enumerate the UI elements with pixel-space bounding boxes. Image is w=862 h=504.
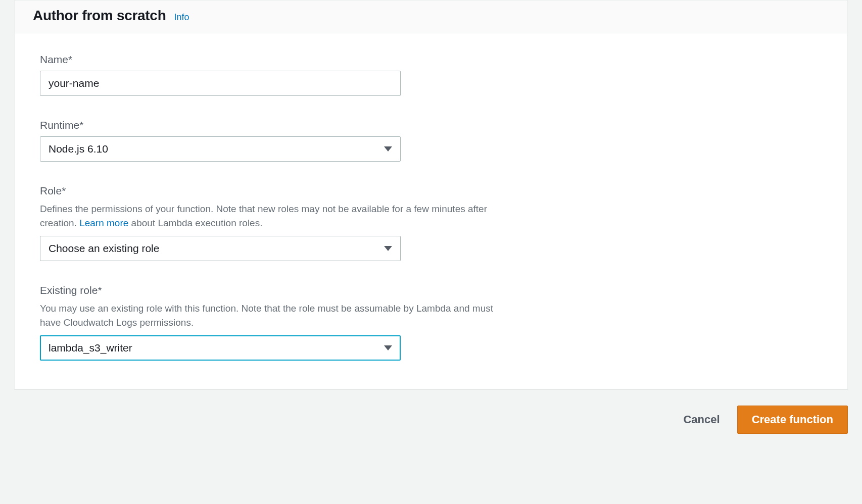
existing-role-label: Existing role* bbox=[40, 284, 822, 296]
existing-role-selected-value: lambda_s3_writer bbox=[49, 342, 132, 354]
card-body: Name* Runtime* Node.js 6.10 Role* Define… bbox=[15, 33, 847, 389]
role-group: Role* Defines the permissions of your fu… bbox=[40, 185, 822, 261]
name-label: Name* bbox=[40, 54, 822, 66]
chevron-down-icon bbox=[384, 246, 392, 251]
cancel-button[interactable]: Cancel bbox=[678, 407, 725, 432]
runtime-selected-value: Node.js 6.10 bbox=[49, 143, 108, 155]
button-row: Cancel Create function bbox=[0, 389, 862, 434]
learn-more-link[interactable]: Learn more bbox=[79, 218, 128, 228]
name-group: Name* bbox=[40, 54, 822, 96]
existing-role-group: Existing role* You may use an existing r… bbox=[40, 284, 822, 361]
role-selected-value: Choose an existing role bbox=[49, 242, 159, 255]
name-input[interactable] bbox=[40, 71, 401, 96]
info-link[interactable]: Info bbox=[174, 12, 189, 23]
runtime-group: Runtime* Node.js 6.10 bbox=[40, 119, 822, 162]
role-label: Role* bbox=[40, 185, 822, 197]
card-title: Author from scratch bbox=[33, 8, 166, 24]
role-description: Defines the permissions of your function… bbox=[40, 202, 515, 230]
author-from-scratch-card: Author from scratch Info Name* Runtime* … bbox=[14, 0, 848, 389]
card-header: Author from scratch Info bbox=[15, 1, 847, 33]
runtime-select[interactable]: Node.js 6.10 bbox=[40, 136, 401, 162]
chevron-down-icon bbox=[384, 146, 392, 152]
role-select[interactable]: Choose an existing role bbox=[40, 236, 401, 261]
chevron-down-icon bbox=[384, 345, 392, 350]
runtime-label: Runtime* bbox=[40, 119, 822, 131]
existing-role-select[interactable]: lambda_s3_writer bbox=[40, 335, 401, 361]
existing-role-description: You may use an existing role with this f… bbox=[40, 301, 515, 329]
create-function-button[interactable]: Create function bbox=[737, 406, 848, 434]
